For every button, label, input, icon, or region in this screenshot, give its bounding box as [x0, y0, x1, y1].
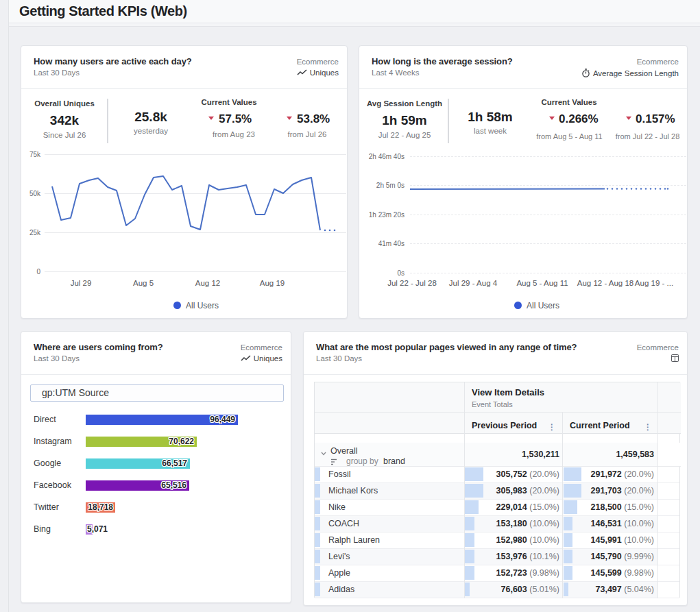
svg-text:0: 0	[36, 268, 40, 276]
svg-text:2h 46m 40s: 2h 46m 40s	[369, 153, 405, 160]
svg-text:25k: 25k	[29, 229, 41, 236]
svg-text:0s: 0s	[397, 269, 405, 277]
svg-text:1h 23m 20s: 1h 23m 20s	[369, 211, 405, 219]
svg-text:50k: 50k	[29, 190, 41, 197]
svg-text:2h 5m 0s: 2h 5m 0s	[376, 182, 405, 189]
svg-text:75k: 75k	[29, 151, 41, 158]
svg-text:41m 40s: 41m 40s	[378, 240, 405, 247]
